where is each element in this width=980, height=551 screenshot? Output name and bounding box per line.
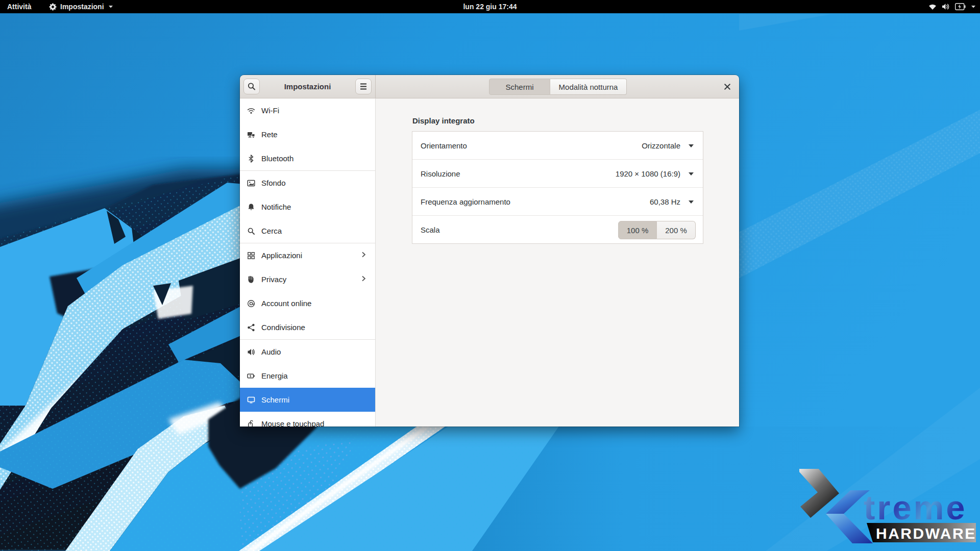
svg-text:HARDWARE: HARDWARE (876, 525, 976, 542)
svg-text:treme: treme (864, 488, 967, 527)
